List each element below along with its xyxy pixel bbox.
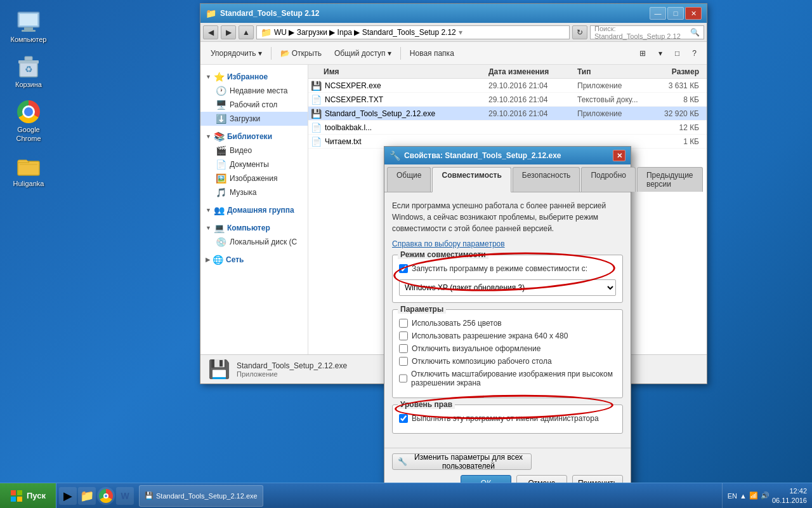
sidebar-item-desktop[interactable]: 🖥️ Рабочий стол xyxy=(200,98,308,112)
sidebar-item-video[interactable]: 🎬 Видео xyxy=(200,144,308,157)
toolbar-separator-1 xyxy=(271,47,272,60)
svg-rect-2 xyxy=(24,27,33,30)
tray-up-icon[interactable]: ▲ xyxy=(740,492,747,500)
sidebar-item-recent[interactable]: 🕐 Недавние места xyxy=(200,84,308,98)
run-as-admin-checkbox[interactable] xyxy=(399,414,408,423)
compat-os-dropdown[interactable]: Windows XP (пакет обновления 3) Windows … xyxy=(399,279,616,296)
col-date[interactable]: Дата изменения xyxy=(488,67,577,76)
address-path[interactable]: 📁 WU ▶ Загрузки ▶ Inpa ▶ Standard_Tools_… xyxy=(256,25,570,39)
sidebar-section-libraries: ▼ 📚 Библиотеки xyxy=(200,130,308,144)
table-row[interactable]: 📄toolbakbak.l... 12 КБ xyxy=(308,121,707,135)
param-checkbox-1[interactable] xyxy=(399,331,408,340)
table-row-selected[interactable]: 💾Standard_Tools_Setup_2.12.exe 29.10.201… xyxy=(308,107,707,121)
taskbar: Пуск ▶ 📁 W 💾 Standard_Tools_Setup_2.12.e… xyxy=(0,483,812,508)
compat-mode-group: Режим совместимости Запустить программу … xyxy=(392,255,623,303)
status-filename: Standard_Tools_Setup_2.12.exe xyxy=(237,361,347,370)
tab-general[interactable]: Общие xyxy=(387,167,431,192)
sidebar-item-downloads[interactable]: ⬇️ Загрузки xyxy=(200,112,308,126)
share-button[interactable]: Общий доступ ▾ xyxy=(329,44,396,62)
desktop-icon-huliganka[interactable]: Huliganka xyxy=(6,150,51,190)
param-label-3: Отключить композицию рабочего стола xyxy=(412,357,552,366)
windows-logo-icon xyxy=(10,490,23,502)
maximize-button[interactable]: □ xyxy=(667,7,684,20)
arrange-button[interactable]: Упорядочить ▾ xyxy=(206,44,267,62)
tray-lang: EN xyxy=(728,492,737,500)
sidebar-item-images[interactable]: 🖼️ Изображения xyxy=(200,171,308,185)
compat-checkbox-label: Запустить программу в режиме совместимос… xyxy=(412,264,587,273)
view-options-button[interactable]: ⊞ xyxy=(634,44,651,62)
search-box[interactable]: Поиск: Standard_Tools_Setup 2.12 🔍 xyxy=(590,25,704,39)
param-checkbox-0[interactable] xyxy=(399,319,408,328)
taskbar-items: 💾 Standard_Tools_Setup_2.12.exe xyxy=(136,485,722,507)
help-button[interactable]: ? xyxy=(687,44,702,62)
open-button[interactable]: 📂 Открыть xyxy=(275,44,327,62)
col-type[interactable]: Тип xyxy=(577,67,647,76)
col-name[interactable]: Имя xyxy=(311,67,488,76)
sidebar-item-documents[interactable]: 📄 Документы xyxy=(200,157,308,171)
compat-checkbox-row: Запустить программу в режиме совместимос… xyxy=(399,264,616,273)
svg-rect-5 xyxy=(18,60,39,64)
svg-rect-3 xyxy=(22,30,36,32)
tray-time-display: 12:42 xyxy=(772,486,807,495)
sidebar-section-network: ▶ 🌐 Сеть xyxy=(200,253,308,267)
desktop-icon-chrome[interactable]: Google Chrome xyxy=(6,97,51,145)
table-row[interactable]: 📄NCSEXPER.TXT 29.10.2016 21:04 Текстовый… xyxy=(308,93,707,107)
minimize-button[interactable]: — xyxy=(650,7,666,20)
window-controls: — □ ✕ xyxy=(650,7,702,20)
params-group-label: Параметры xyxy=(398,305,446,314)
sidebar-item-local-disk[interactable]: 💿 Локальный диск (C xyxy=(200,235,308,249)
view-toggle-button[interactable]: ▾ xyxy=(653,44,667,62)
dialog-close-button[interactable]: ✕ xyxy=(613,150,625,161)
param-label-0: Использовать 256 цветов xyxy=(412,319,502,328)
tab-details[interactable]: Подробно xyxy=(581,167,636,192)
forward-button[interactable]: ▶ xyxy=(221,25,236,39)
taskbar-item-explorer[interactable]: 💾 Standard_Tools_Setup_2.12.exe xyxy=(139,485,263,507)
taskbar-icon-media[interactable]: ▶ xyxy=(59,487,77,505)
desktop-icon-computer[interactable]: Компьютер xyxy=(6,6,51,46)
tray-date-display: 06.11.2016 xyxy=(772,496,807,505)
taskbar-item-label: Standard_Tools_Setup_2.12.exe xyxy=(156,492,258,500)
sidebar-section-homegroup: ▼ 👥 Домашняя группа xyxy=(200,203,308,217)
sidebar-item-music[interactable]: 🎵 Музыка xyxy=(200,185,308,199)
change-all-icon: 🔧 xyxy=(398,457,407,466)
tray-clock[interactable]: 12:42 06.11.2016 xyxy=(772,486,807,505)
help-link[interactable]: Справка по выбору параметров xyxy=(392,239,623,248)
svg-rect-13 xyxy=(17,497,22,502)
taskbar-icon-explorer[interactable]: 📁 xyxy=(78,487,96,505)
table-row[interactable]: 💾NCSEXPER.exe 29.10.2016 21:04 Приложени… xyxy=(308,79,707,93)
up-button[interactable]: ▲ xyxy=(239,25,254,39)
change-all-button[interactable]: 🔧 Изменить параметры для всех пользовате… xyxy=(392,453,532,470)
huliganka-icon xyxy=(16,153,41,178)
tab-prev-versions[interactable]: Предыдущие версии xyxy=(637,167,703,192)
recycle-icon-label: Корзина xyxy=(15,81,42,89)
compat-checkbox[interactable] xyxy=(399,264,408,273)
change-all-label: Изменить параметры для всех пользователе… xyxy=(411,453,526,471)
desktop: Компьютер ♻ Корзина Google Chrome xyxy=(0,0,812,508)
desktop-icon-recycle[interactable]: ♻ Корзина xyxy=(6,51,51,91)
start-button[interactable]: Пуск xyxy=(0,483,56,509)
taskbar-icon-chrome[interactable] xyxy=(97,487,115,505)
rights-content: Выполнять эту программу от имени админис… xyxy=(399,414,616,423)
param-checkbox-4[interactable] xyxy=(399,374,407,383)
tab-compatibility[interactable]: Совместимость xyxy=(432,167,511,192)
param-checkbox-2[interactable] xyxy=(399,344,408,353)
toolbar-separator-2 xyxy=(400,47,401,60)
new-folder-button[interactable]: Новая папка xyxy=(405,44,459,62)
rights-group-label: Уровень прав xyxy=(398,400,455,409)
col-size[interactable]: Размер xyxy=(647,67,704,76)
desktop-icons: Компьютер ♻ Корзина Google Chrome xyxy=(6,6,51,190)
svg-rect-12 xyxy=(11,497,16,502)
address-bar: ◀ ▶ ▲ 📁 WU ▶ Загрузки ▶ Inpa ▶ Standard_… xyxy=(200,23,707,42)
details-pane-button[interactable]: □ xyxy=(670,44,684,62)
tray-volume-icon[interactable]: 🔊 xyxy=(761,491,769,500)
close-button[interactable]: ✕ xyxy=(685,7,702,20)
param-row-2: Отключить визуальное оформление xyxy=(399,344,616,353)
param-checkbox-3[interactable] xyxy=(399,357,408,366)
dialog-titlebar: 🔧 Свойства: Standard_Tools_Setup_2.12.ex… xyxy=(384,147,631,164)
taskbar-icon-word[interactable]: W xyxy=(116,487,134,505)
refresh-button[interactable]: ↻ xyxy=(572,25,587,39)
tab-security[interactable]: Безопасность xyxy=(513,167,580,192)
status-filetype: Приложение xyxy=(237,370,347,378)
back-button[interactable]: ◀ xyxy=(203,25,218,39)
rights-group: Уровень прав Выполнять эту программу от … xyxy=(392,404,623,434)
